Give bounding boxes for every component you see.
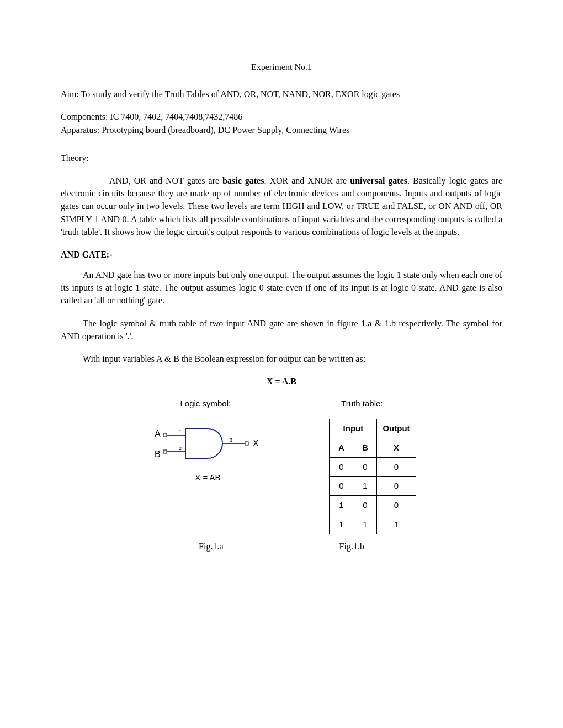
and-paragraph-1: An AND gate has two or more inputs but o… (61, 269, 502, 307)
table-row: 1 1 1 (330, 515, 416, 534)
aim-text: Aim: To study and verify the Truth Table… (61, 88, 502, 100)
and-gate-icon: 1 2 3 A B X (147, 419, 268, 468)
th-a: A (330, 438, 353, 457)
pin-1-label: 1 (179, 429, 182, 435)
th-x: X (377, 438, 416, 457)
th-b: B (353, 438, 377, 457)
svg-rect-3 (163, 450, 167, 453)
and-paragraph-2: The logic symbol & truth table of two in… (61, 317, 502, 342)
gate-expression: X = AB (147, 472, 268, 484)
svg-rect-5 (245, 442, 248, 445)
input-b-label: B (155, 449, 161, 459)
pin-3-label: 3 (230, 437, 232, 443)
and-gate-heading: AND GATE:- (61, 248, 502, 261)
theory-label: Theory: (61, 152, 502, 164)
table-row: 0 1 0 (330, 477, 416, 496)
truth-table-figure: Input Output A B X 0 0 0 0 1 0 1 0 0 (329, 419, 416, 534)
boolean-equation: X = A.B (61, 375, 502, 388)
svg-rect-2 (163, 433, 167, 437)
table-row: 0 0 0 (330, 457, 416, 477)
figure-1b-caption: Fig.1.b (339, 540, 364, 553)
input-a-label: A (155, 429, 161, 438)
theory-paragraph: AND, OR and NOT gates are basic gates. X… (61, 174, 502, 238)
output-x-label: X (253, 438, 259, 448)
figure-1a-caption: Fig.1.a (199, 540, 223, 553)
table-row: 1 0 0 (330, 496, 416, 515)
pin-2-label: 2 (179, 446, 182, 451)
th-output: Output (377, 419, 416, 438)
theory-bold2: universal gates (350, 176, 407, 185)
logic-symbol-label: Logic symbol: (180, 398, 231, 410)
th-input: Input (330, 419, 377, 438)
truth-table: Input Output A B X 0 0 0 0 1 0 1 0 0 (329, 419, 416, 534)
apparatus-text: Apparatus: Prototyping board (breadboard… (61, 124, 502, 136)
theory-pre1: AND, OR and NOT gates are (109, 176, 222, 185)
components-text: Components: IC 7400, 7402, 7404,7408,743… (61, 110, 502, 123)
and-paragraph-3: With input variables A & B the Boolean e… (61, 352, 502, 365)
theory-mid1: . XOR and XNOR are (264, 176, 350, 185)
page-title: Experiment No.1 (61, 61, 502, 73)
truth-table-label: Truth table: (341, 398, 383, 410)
theory-bold1: basic gates (222, 176, 264, 185)
logic-symbol-figure: 1 2 3 A B X X = AB (147, 419, 268, 534)
